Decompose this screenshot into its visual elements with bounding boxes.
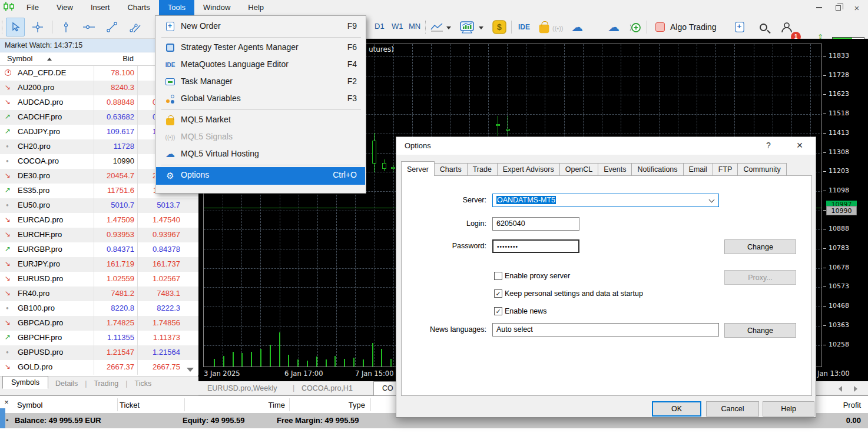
algo-trading-button[interactable]: Algo Trading: [670, 22, 717, 32]
change-news-languages-button[interactable]: Change: [724, 323, 796, 338]
indicators-dropdown-icon[interactable]: [479, 26, 483, 29]
column-header-symbol[interactable]: Symbol: [17, 401, 42, 409]
chart-line-type-button[interactable]: [429, 18, 445, 36]
tab-symbols[interactable]: Symbols: [2, 376, 48, 389]
enable-proxy-checkbox[interactable]: [494, 272, 502, 280]
menu-item-options[interactable]: ⚙OptionsCtrl+O: [156, 167, 365, 185]
menu-item-metaquotes-language-editor[interactable]: IDEMetaQuotes Language EditorF4: [156, 56, 365, 74]
menu-item-global-variables[interactable]: Global VariablesF3: [156, 91, 365, 108]
options-tab-charts[interactable]: Charts: [435, 163, 468, 176]
market-watch-row[interactable]: ●EU50.pro5010.75013.7: [0, 198, 198, 213]
trendline-tool-button[interactable]: [102, 18, 121, 36]
menu-item-mql5-signals[interactable]: ((•))MQL5 Signals: [156, 129, 365, 146]
chart-tab-eurusd-pro-weekly[interactable]: EURUSD.pro,Weekly: [207, 384, 277, 392]
minimize-icon[interactable]: [813, 2, 826, 14]
timeframe-mn-button[interactable]: MN: [405, 20, 424, 32]
timeframe-d1-button[interactable]: D1: [371, 20, 388, 32]
tab-trading[interactable]: Trading: [87, 378, 125, 389]
market-watch-row[interactable]: ↘EURUSD.pro1.025591.02567: [0, 272, 198, 287]
market-watch-row[interactable]: ↗GBPCHF.pro1.113551.11373: [0, 331, 198, 345]
server-combobox[interactable]: OANDATMS-MT5: [492, 194, 719, 207]
column-header-ticket[interactable]: Ticket: [120, 401, 140, 409]
algo-trading-toggle-icon[interactable]: [655, 22, 665, 32]
options-tab-expert-advisors[interactable]: Expert Advisors: [498, 163, 560, 176]
restore-icon[interactable]: [831, 2, 844, 14]
channel-tool-button[interactable]: [125, 18, 144, 36]
market-watch-row[interactable]: ●GBPUSD.pro1.215471.21564: [0, 345, 198, 360]
scroll-tabs-left-icon[interactable]: [839, 386, 842, 392]
market-watch-row[interactable]: ↘EURCHF.pro0.939530.93967: [0, 228, 198, 242]
market-watch-row[interactable]: ↘GOLD.pro2667.372667.75: [0, 360, 198, 375]
dialog-title-bar[interactable]: Options ? ×: [396, 137, 816, 155]
new-order-icon[interactable]: [730, 18, 749, 36]
market-bag-icon[interactable]: [535, 18, 554, 36]
vertical-line-tool-button[interactable]: [57, 18, 75, 36]
menu-help[interactable]: Help: [239, 0, 273, 15]
bid-column-header[interactable]: Bid: [122, 54, 134, 63]
options-tab-events[interactable]: Events: [598, 163, 632, 176]
scroll-tabs-right-icon[interactable]: [854, 386, 857, 392]
menu-item-task-manager[interactable]: Task ManagerF2: [156, 74, 365, 91]
menu-insert[interactable]: Insert: [82, 0, 119, 15]
options-tab-opencl[interactable]: OpenCL: [560, 163, 599, 176]
cursor-tool-button[interactable]: [6, 18, 25, 36]
cancel-button[interactable]: Cancel: [706, 401, 759, 417]
tab-details[interactable]: Details: [48, 378, 85, 389]
chart-tab-cocoa-pro-h1[interactable]: COCOA.pro,H1: [302, 384, 353, 392]
menu-item-strategy-tester-agents-manager[interactable]: Strategy Tester Agents ManagerF6: [156, 39, 365, 56]
enable-news-checkbox[interactable]: ✓: [494, 307, 502, 315]
chevron-down-icon[interactable]: [709, 197, 715, 203]
timeframe-w1-button[interactable]: W1: [388, 20, 407, 32]
menu-item-new-order[interactable]: New OrderF9: [156, 18, 365, 35]
column-header-time[interactable]: Time: [250, 401, 285, 409]
options-tab-email[interactable]: Email: [684, 163, 713, 176]
change-password-button[interactable]: Change: [724, 239, 796, 254]
help-button[interactable]: Help: [763, 401, 814, 417]
column-header-type[interactable]: Type: [330, 401, 365, 409]
indicators-button[interactable]: [458, 18, 476, 36]
password-field[interactable]: ••••••••: [492, 239, 579, 253]
price-scale[interactable]: 1183311728116231151811413113081120311098…: [823, 44, 868, 367]
profit-column-header[interactable]: Profit: [843, 401, 861, 409]
menu-item-mql5-virtual-hosting[interactable]: ☁MQL5 Virtual Hosting: [156, 146, 365, 163]
market-watch-row[interactable]: ●GB100.pro8220.88222.3: [0, 301, 198, 316]
crosshair-tool-button[interactable]: [28, 18, 47, 36]
add-signal-icon[interactable]: [625, 18, 644, 36]
ide-button[interactable]: IDE: [518, 23, 530, 31]
vps-cloud-icon[interactable]: ☁: [571, 22, 583, 32]
search-icon[interactable]: [754, 18, 773, 36]
horizontal-line-tool-button[interactable]: [79, 18, 98, 36]
menu-tools[interactable]: Tools: [159, 0, 194, 15]
dialog-close-icon[interactable]: ×: [790, 139, 810, 152]
menu-file[interactable]: File: [18, 0, 48, 15]
market-watch-row[interactable]: ↘EURJPY.pro161.719161.737: [0, 257, 198, 272]
dialog-help-icon[interactable]: ?: [760, 141, 777, 150]
options-tab-community[interactable]: Community: [738, 163, 786, 176]
tab-ticks[interactable]: Ticks: [128, 378, 159, 389]
toolbox-scrollbar-thumb[interactable]: [0, 408, 5, 428]
options-tab-notifications[interactable]: Notifications: [632, 163, 683, 176]
menu-charts[interactable]: Charts: [118, 0, 158, 15]
menu-view[interactable]: View: [48, 0, 82, 15]
signals-icon[interactable]: ((•)): [552, 25, 564, 32]
chart-line-dropdown-icon[interactable]: [446, 26, 451, 29]
options-tab-ftp[interactable]: FTP: [713, 163, 738, 176]
market-watch-row[interactable]: ↘EURCAD.pro1.475091.47540: [0, 213, 198, 228]
options-tab-server[interactable]: Server: [401, 161, 435, 176]
close-icon[interactable]: ×: [850, 2, 863, 14]
menu-window[interactable]: Window: [194, 0, 239, 15]
market-watch-row[interactable]: ↘FR40.pro7481.27483.1: [0, 287, 198, 301]
market-watch-row[interactable]: ↗EURGBP.pro0.843710.84378: [0, 242, 198, 257]
options-tab-trade[interactable]: Trade: [468, 163, 498, 176]
menu-item-mql5-market[interactable]: MQL5 Market: [156, 112, 365, 129]
ok-button[interactable]: OK: [652, 401, 701, 417]
cloud-sync-icon[interactable]: ☁: [608, 22, 619, 32]
market-watch-row[interactable]: ↘GBPCAD.pro1.748251.74856: [0, 316, 198, 331]
login-field[interactable]: 6205040: [492, 217, 579, 231]
news-languages-field[interactable]: Auto select: [492, 323, 719, 337]
symbol-column-header[interactable]: Symbol: [7, 54, 32, 63]
deposit-button[interactable]: $: [490, 18, 509, 36]
scroll-down-icon[interactable]: [187, 368, 194, 372]
close-toolbox-icon[interactable]: ×: [2, 398, 11, 407]
keep-settings-checkbox[interactable]: ✓: [494, 289, 502, 298]
